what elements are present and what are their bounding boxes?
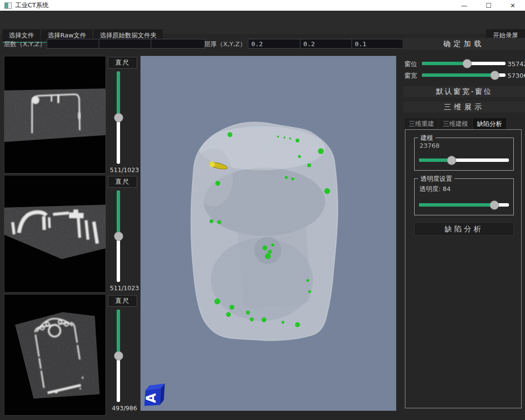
thickness-z-input[interactable] [351, 39, 406, 49]
slice-bottom-position: 493/986 [108, 404, 141, 412]
transparency-groupbox: 透明度设置 透明度: 84 [414, 178, 514, 215]
thickness-label: 层厚（X,Y,Z） [204, 39, 246, 50]
slider-handle[interactable] [114, 232, 123, 241]
slice-bottom-slider[interactable] [117, 310, 120, 402]
slice-top-position: 511/1023 [108, 166, 141, 174]
window-width-value: 57306 [508, 72, 525, 80]
slider-handle[interactable] [447, 156, 456, 165]
window-width-slider[interactable] [422, 73, 506, 77]
layers-z-input[interactable] [151, 39, 205, 49]
defect-analysis-pane: 建模 23768 透明度设置 透明度: 84 缺陷分析 [405, 129, 522, 408]
slice-top-slider[interactable] [117, 71, 120, 164]
window-level-value: 35742 [508, 60, 525, 68]
3d-display-button[interactable]: 三维展示 [403, 102, 525, 112]
svg-text:A: A [144, 393, 158, 403]
layers-x-input[interactable] [47, 39, 101, 49]
modeling-group-title: 建模 [418, 134, 436, 142]
ruler-button-middle[interactable]: 直尺 [108, 176, 137, 188]
close-button[interactable]: ✕ [501, 0, 525, 11]
3d-viewport[interactable]: A [140, 56, 396, 411]
defect-analysis-button[interactable]: 缺陷分析 [414, 222, 514, 236]
slice-bottom-controls: 直尺 493/986 [108, 295, 141, 412]
minimize-button[interactable]: — [452, 0, 476, 11]
maximize-button[interactable]: ☐ [476, 0, 501, 11]
slider-fill [422, 62, 467, 65]
slider-fill [422, 73, 495, 77]
slider-handle[interactable] [462, 59, 472, 68]
app-icon [4, 2, 12, 9]
confirm-load-button[interactable]: 确定加载 [402, 38, 525, 50]
layers-y-input[interactable] [99, 39, 153, 49]
slider-handle[interactable] [114, 351, 123, 361]
transparency-slider[interactable] [419, 203, 509, 207]
transparency-group-title: 透明度设置 [418, 175, 455, 183]
slice-middle-controls: 直尺 511/1023 [108, 176, 141, 292]
slider-handle[interactable] [114, 113, 123, 122]
window-level-slider[interactable] [422, 62, 506, 65]
modeling-slider[interactable] [419, 158, 509, 162]
thickness-y-input[interactable] [300, 39, 354, 49]
slider-handle[interactable] [490, 200, 499, 210]
ct-slice-image-middle [4, 175, 106, 293]
slice-middle-slider[interactable] [117, 191, 120, 282]
slider-fill [117, 191, 120, 236]
slice-middle-position: 511/1023 [108, 284, 141, 292]
app-window: 工业CT系统 — ☐ ✕ 选择文件 选择Raw文件 选择原始数据文件夹 开始录屏… [0, 0, 525, 420]
slider-fill [117, 71, 120, 118]
toolbar: 选择文件 选择Raw文件 选择原始数据文件夹 开始录屏 [0, 11, 525, 34]
slice-top-controls: 直尺 511/1023 [108, 57, 141, 174]
slider-fill [117, 310, 120, 356]
default-window-button[interactable]: 默认窗宽-窗位 [403, 86, 525, 97]
slider-fill [419, 203, 494, 207]
window-level-label: 窗位 [404, 60, 417, 68]
window-title: 工业CT系统 [15, 1, 49, 10]
window-width-label: 窗宽 [404, 72, 417, 80]
slider-handle[interactable] [490, 70, 499, 80]
layers-label: 层数（X,Y,Z） [4, 39, 46, 50]
ct-slice-image-top [4, 56, 106, 174]
transparency-value-label: 透明度: 84 [420, 185, 451, 193]
modeling-value: 23768 [420, 142, 439, 149]
titlebar: 工业CT系统 — ☐ ✕ [0, 0, 525, 11]
thickness-x-input[interactable] [248, 39, 302, 49]
ct-slice-image-bottom [4, 294, 106, 416]
ruler-button-top[interactable]: 直尺 [108, 57, 137, 69]
modeling-groupbox: 建模 23768 [414, 138, 514, 171]
window-controls: — ☐ ✕ [452, 0, 525, 11]
ruler-button-bottom[interactable]: 直尺 [108, 295, 137, 307]
